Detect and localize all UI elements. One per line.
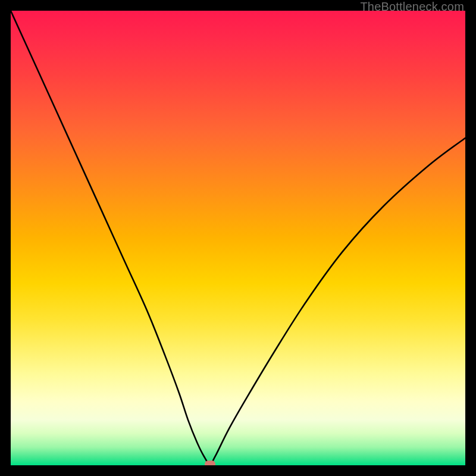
- bottleneck-curve: [11, 11, 465, 465]
- plot-area: [11, 11, 465, 465]
- watermark-text: TheBottleneck.com: [360, 0, 464, 14]
- chart-frame: TheBottleneck.com: [0, 0, 476, 476]
- optimal-point-marker: [205, 461, 215, 465]
